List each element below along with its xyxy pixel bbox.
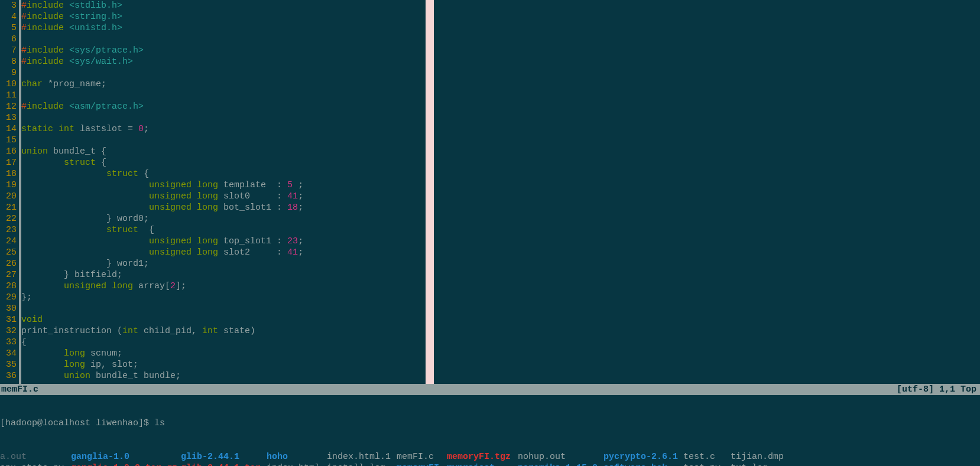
code-line[interactable]: struct { (21, 168, 303, 180)
line-number: 36 (0, 370, 19, 382)
ls-entry: myproject (447, 462, 518, 466)
code-line[interactable]: #include <stdlib.h> (21, 0, 303, 11)
line-number: 15 (0, 135, 19, 146)
code-line[interactable]: long ip, slot; (21, 359, 303, 370)
code-line[interactable]: struct { (21, 157, 303, 168)
line-number: 3 (0, 0, 19, 11)
code-line[interactable]: struct { (21, 224, 303, 236)
ls-entry: test.c (683, 451, 731, 462)
code-line[interactable]: unsigned long template : 5 ; (21, 180, 303, 191)
line-number: 7 (0, 45, 19, 56)
ls-entry: test.py (683, 462, 731, 466)
ls-entry: index.html.1 (327, 451, 397, 462)
line-number: 5 (0, 22, 19, 34)
shell-command: ls (154, 418, 165, 428)
line-number: 8 (0, 56, 19, 67)
code-line[interactable]: { (21, 337, 303, 348)
line-number: 12 (0, 101, 19, 112)
code-line[interactable]: } word0; (21, 213, 303, 224)
code-line[interactable]: #include <sys/wait.h> (21, 56, 303, 67)
status-scroll: Top (960, 384, 976, 395)
code-line[interactable]: unsigned long slot2 : 41; (21, 247, 303, 258)
code-line[interactable]: #include <sys/ptrace.h> (21, 45, 303, 56)
line-number: 22 (0, 213, 19, 224)
code-line[interactable]: print_instruction (int child_pid, int st… (21, 325, 303, 337)
code-line[interactable]: } bitfield; (21, 269, 303, 281)
line-number: 14 (0, 123, 19, 135)
ls-output: a.outganglia-1.0glib-2.44.1hohoindex.htm… (0, 451, 980, 466)
ls-row: cpu_stats.pyganglia-1.0.2.tar.gzglib-2.4… (0, 462, 980, 466)
status-encoding: [utf-8] (897, 384, 934, 395)
code-line[interactable]: }; (21, 292, 303, 303)
line-number: 9 (0, 67, 19, 79)
line-number: 21 (0, 202, 19, 213)
code-line[interactable]: #include <string.h> (21, 11, 303, 22)
ls-entry: software_bak (603, 462, 683, 466)
line-number: 11 (0, 90, 19, 101)
ls-entry: index.html (267, 462, 327, 466)
vim-status-bar: memFI.c [utf-8] 1,1 Top (0, 384, 980, 395)
ls-entry: ganglia-1.0 (71, 451, 181, 462)
code-line[interactable]: unsigned long top_slot1 : 23; (21, 236, 303, 247)
ls-entry: memoryFI (397, 462, 447, 466)
code-area[interactable]: #include <stdlib.h>#include <string.h>#i… (21, 0, 303, 382)
code-line[interactable]: unsigned long array[2]; (21, 281, 303, 292)
code-line[interactable] (21, 67, 303, 79)
code-line[interactable]: long scnum; (21, 348, 303, 359)
status-cursor-pos: 1,1 (939, 384, 955, 395)
line-number: 20 (0, 191, 19, 202)
shell-prompt: [hadoop@localhost liwenhao]$ (0, 418, 154, 428)
line-number: 6 (0, 34, 19, 45)
ls-entry: memoryFI.tgz (447, 451, 518, 462)
ls-row: a.outganglia-1.0glib-2.44.1hohoindex.htm… (0, 451, 980, 462)
line-number: 30 (0, 303, 19, 314)
code-line[interactable] (21, 112, 303, 123)
line-number: 34 (0, 348, 19, 359)
status-filename: memFI.c (0, 384, 38, 395)
line-number: 10 (0, 79, 19, 90)
code-line[interactable] (21, 34, 303, 45)
ls-entry: glib-2.44.1 (181, 451, 267, 462)
ls-entry: install.log (327, 462, 397, 466)
code-line[interactable] (21, 90, 303, 101)
code-line[interactable]: unsigned long slot0 : 41; (21, 191, 303, 202)
line-number: 25 (0, 247, 19, 258)
terminal-prompt-line: [hadoop@localhost liwenhao]$ ls (0, 418, 980, 429)
line-number: 29 (0, 292, 19, 303)
line-number: 4 (0, 11, 19, 22)
ls-entry: hoho (267, 451, 327, 462)
line-number: 28 (0, 281, 19, 292)
color-column (426, 0, 434, 384)
code-line[interactable]: #include <asm/ptrace.h> (21, 101, 303, 112)
code-line[interactable]: union bundle_t bundle; (21, 370, 303, 382)
code-line[interactable] (21, 135, 303, 146)
line-number-gutter: 3456789101112131415161718192021222324252… (0, 0, 19, 382)
line-number: 18 (0, 168, 19, 180)
line-number: 23 (0, 224, 19, 236)
line-number: 31 (0, 314, 19, 325)
code-line[interactable]: char *prog_name; (21, 79, 303, 90)
code-line[interactable]: union bundle_t { (21, 146, 303, 157)
line-number: 24 (0, 236, 19, 247)
ls-entry: nohup.out (518, 451, 603, 462)
code-line[interactable]: static int lastslot = 0; (21, 123, 303, 135)
ls-entry: pycrypto-2.6.1 (603, 451, 683, 462)
ls-entry: tijian.dmp (731, 451, 801, 462)
code-line[interactable]: #include <unistd.h> (21, 22, 303, 34)
line-number: 19 (0, 180, 19, 191)
line-number: 33 (0, 337, 19, 348)
code-line[interactable]: } word1; (21, 258, 303, 269)
ls-entry: paramiko-1.15.2 (518, 462, 603, 466)
line-number: 27 (0, 269, 19, 281)
ls-entry: glib-2.44.1.tar (181, 462, 267, 466)
terminal-pane[interactable]: [hadoop@localhost liwenhao]$ ls a.outgan… (0, 395, 980, 466)
code-line[interactable] (21, 303, 303, 314)
line-number: 35 (0, 359, 19, 370)
code-line[interactable]: void (21, 314, 303, 325)
editor-pane[interactable]: 3456789101112131415161718192021222324252… (0, 0, 980, 384)
code-line[interactable]: unsigned long bot_slot1 : 18; (21, 202, 303, 213)
ls-entry: ganglia-1.0.2.tar.gz (71, 462, 181, 466)
ls-entry: memFI.c (397, 451, 447, 462)
ls-entry: txt.log (731, 462, 801, 466)
ls-entry: a.out (0, 451, 71, 462)
